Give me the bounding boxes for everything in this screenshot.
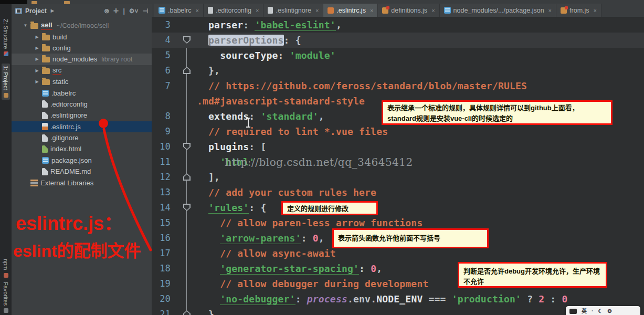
ide-window: Z: Structure1: ProjectnpmFavorites Proje… — [0, 0, 644, 315]
collapse-all-icon[interactable]: ✛ — [113, 7, 119, 15]
ime-moon-icon[interactable]: ☾ — [598, 309, 603, 314]
line-number: 18 — [152, 261, 177, 276]
tree-item-node-modules[interactable]: ▶node_moduleslibrary root — [12, 54, 152, 65]
tree-item-package-json[interactable]: package.json — [12, 155, 152, 166]
fold-close-icon[interactable] — [183, 67, 191, 74]
code-token: extends — [208, 111, 249, 122]
code-token: 0 — [371, 263, 376, 274]
chevron-right-icon[interactable]: ▶ — [32, 68, 42, 73]
code-line-9[interactable]: 9 // required to lint *.vue files — [152, 124, 644, 139]
tree-item-label: README.md — [50, 167, 91, 175]
close-circle-icon[interactable]: ⊗ — [104, 7, 109, 15]
tab-close-icon[interactable]: × — [370, 7, 373, 14]
tool-strip-item-favorites[interactable]: Favorites — [2, 280, 10, 315]
code-token: 'standard' — [260, 111, 318, 122]
tool-strip-item-zstructure[interactable]: Z: Structure — [2, 17, 10, 58]
code-token — [197, 141, 208, 152]
code-token: // allow debugger during development — [220, 278, 428, 289]
code-line-10[interactable]: 10 plugins: [ — [152, 139, 644, 154]
annotation-title-line2: eslint的配制文件 — [13, 237, 141, 261]
tree-item-suffix: ~/Code/imooc/sell — [57, 22, 109, 29]
ime-punctuation-icon[interactable]: · — [592, 309, 593, 314]
chevron-down-icon[interactable]: ▼ — [20, 23, 30, 28]
tree-item-label: index.html — [50, 145, 81, 153]
tab-node-modules-----package-json[interactable]: node_modules/.../package.json× — [440, 4, 556, 17]
code-line-3[interactable]: 3 parser: 'babel-eslint', — [152, 17, 644, 33]
tool-strip-item-npm[interactable]: npm — [2, 257, 10, 279]
tab-label: .eslintignore — [276, 7, 311, 14]
settings-gear-icon[interactable]: ⚙˅ — [129, 7, 139, 15]
code-text: 'arrow-parens': 0, — [197, 230, 324, 246]
code-token — [197, 217, 220, 228]
tab-label: definitions.js — [391, 7, 427, 14]
code-line-14[interactable]: 14 'rules': { — [152, 200, 644, 215]
tree-item-config[interactable]: ▶config — [12, 43, 152, 54]
fold-open-icon[interactable] — [183, 36, 191, 44]
chevron-right-icon[interactable]: ▶ — [32, 35, 42, 39]
tree-item-src[interactable]: ▶src — [12, 65, 152, 76]
ime-logo-icon[interactable] — [569, 309, 577, 314]
code-line-5[interactable]: 5 sourceType: 'module' — [152, 48, 644, 63]
code-token: // allow async-await — [220, 248, 336, 259]
panel-actions: ⊗✛|⚙˅⊣ — [104, 7, 148, 15]
code-line-20[interactable]: 20 'no-debugger': process.env.NODE_ENV =… — [152, 291, 644, 307]
chevron-right-icon[interactable]: ▶ — [51, 8, 54, 13]
tree-item--gitignore[interactable]: .gitignore — [12, 132, 152, 143]
tab--babelrc[interactable]: .babelrc× — [154, 4, 204, 17]
tree-item-label: static — [52, 78, 68, 86]
tool-strip-item-project[interactable]: 1: Project — [2, 64, 10, 99]
code-line-12[interactable]: 12 ], — [152, 170, 644, 185]
tab-close-icon[interactable]: × — [256, 7, 259, 14]
fold-open-icon[interactable] — [183, 204, 191, 211]
tab-close-icon[interactable]: × — [195, 7, 198, 14]
tree-item--babelrc[interactable]: .babelrc — [12, 87, 152, 98]
fold-close-icon[interactable] — [183, 310, 191, 315]
chevron-right-icon[interactable]: ▶ — [32, 46, 42, 50]
tree-item--eslintignore[interactable]: .eslintignore — [12, 110, 152, 121]
code-token: ? — [521, 293, 539, 304]
fold-open-icon[interactable] — [183, 143, 191, 150]
chevron-right-icon[interactable]: ▶ — [32, 79, 42, 84]
code-line-7[interactable]: 7 // https://github.com/feross/standard/… — [152, 78, 644, 93]
ime-toolbar[interactable]: 英 · ☾ ⚙ — [566, 306, 640, 315]
line-number: 20 — [152, 291, 177, 307]
tab-close-icon[interactable]: × — [594, 7, 597, 14]
code-token: 'no-debugger' — [220, 293, 295, 305]
structure-icon — [4, 51, 8, 56]
tree-item-index-html[interactable]: index.html — [12, 143, 152, 154]
code-line-13[interactable]: 13 // add your custom rules here — [152, 185, 644, 200]
code-token: : — [301, 233, 313, 244]
line-number: 12 — [152, 170, 177, 185]
file-icon — [42, 168, 48, 175]
code-line-6[interactable]: 6 }, — [152, 63, 644, 78]
code-token — [197, 19, 208, 30]
tree-item-static[interactable]: ▶static — [12, 76, 152, 87]
ime-settings-icon[interactable]: ⚙ — [607, 309, 612, 314]
tab-from-js[interactable]: from.js× — [556, 4, 601, 17]
tree-item--editorconfig[interactable]: .editorconfig — [12, 99, 152, 110]
tree-item-readme-md[interactable]: README.md — [12, 166, 152, 177]
tree-item-build[interactable]: ▶build — [12, 31, 152, 42]
tree-item-label: src — [52, 66, 61, 75]
hide-panel-icon[interactable]: ⊣ — [143, 7, 148, 15]
line-number: 19 — [152, 276, 177, 291]
tab-close-icon[interactable]: × — [548, 7, 552, 14]
tree-item--eslintrc-js[interactable]: .eslintrc.js — [12, 121, 152, 132]
tree-item-sell[interactable]: ▼sell~/Code/imooc/sell — [12, 20, 152, 31]
tab--eslintrc-js[interactable]: .eslintrc.js× — [323, 4, 378, 17]
tab-close-icon[interactable]: × — [431, 7, 435, 14]
tab--editorconfig[interactable]: .editorconfig× — [204, 4, 264, 17]
chevron-right-icon[interactable]: ▶ — [32, 57, 42, 61]
tree-item-external-libraries[interactable]: External Libraries — [12, 177, 152, 188]
code-token — [197, 248, 220, 259]
fold-close-icon[interactable] — [183, 173, 191, 181]
code-text: // allow debugger during development — [197, 276, 429, 291]
code-token: 0 — [313, 233, 319, 244]
ime-language-toggle[interactable]: 英 — [582, 309, 587, 314]
tab--eslintignore[interactable]: .eslintignore× — [263, 4, 323, 17]
code-text: } — [197, 307, 214, 315]
code-token: 'rules' — [208, 202, 249, 214]
tab-definitions-js[interactable]: definitions.js× — [378, 4, 439, 17]
code-line-4[interactable]: 4 parserOptions: { — [152, 33, 644, 48]
tab-close-icon[interactable]: × — [315, 7, 319, 14]
